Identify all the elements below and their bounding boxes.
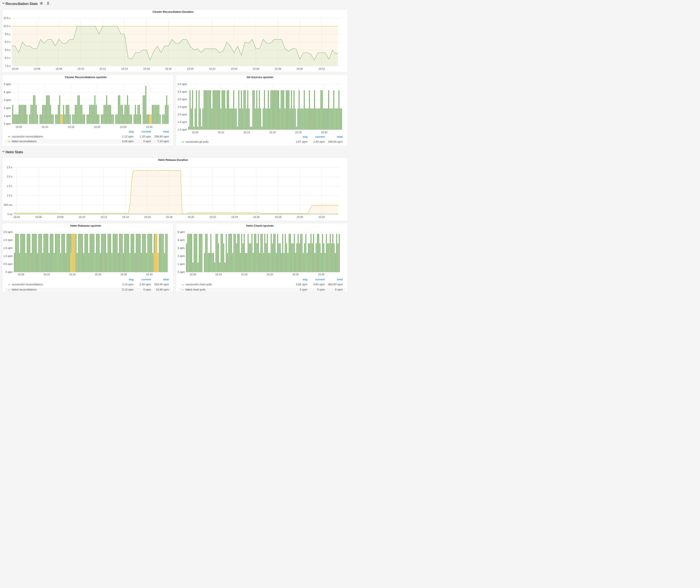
svg-text:0 opm: 0 opm: [5, 271, 13, 274]
svg-text:4 opm: 4 opm: [4, 91, 11, 94]
svg-text:15:22: 15:22: [210, 216, 216, 219]
svg-text:15:26: 15:26: [253, 67, 259, 70]
svg-text:3 opm: 3 opm: [177, 247, 185, 250]
svg-text:15:25: 15:25: [120, 126, 126, 129]
svg-text:4 opm: 4 opm: [177, 239, 185, 242]
svg-text:500 ms: 500 ms: [4, 204, 12, 207]
svg-text:1.0 opm: 1.0 opm: [178, 128, 187, 131]
svg-text:15:05: 15:05: [190, 273, 196, 276]
svg-text:2 opm: 2 opm: [177, 255, 185, 258]
svg-text:9.0 s: 9.0 s: [5, 40, 10, 44]
svg-text:1 opm: 1 opm: [4, 115, 11, 118]
svg-text:15:28: 15:28: [274, 67, 281, 70]
svg-text:1.5 s: 1.5 s: [7, 185, 12, 188]
svg-text:2 opm: 2 opm: [4, 107, 11, 110]
svg-text:1 opm: 1 opm: [177, 263, 185, 266]
svg-text:15:05: 15:05: [18, 273, 24, 276]
svg-text:15:06: 15:06: [34, 67, 40, 70]
svg-text:15:20: 15:20: [94, 126, 100, 129]
svg-text:15:08: 15:08: [57, 216, 63, 219]
svg-text:15:22: 15:22: [209, 67, 215, 70]
svg-text:15:20: 15:20: [95, 273, 101, 276]
svg-text:3.0 opm: 3.0 opm: [178, 98, 187, 101]
svg-text:8.0 s: 8.0 s: [5, 57, 10, 60]
svg-text:1.5 opm: 1.5 opm: [3, 247, 13, 250]
svg-text:3 opm: 3 opm: [4, 99, 11, 102]
svg-text:15:15: 15:15: [241, 273, 247, 276]
svg-text:1.0 s: 1.0 s: [7, 194, 12, 197]
svg-text:9.5 s: 9.5 s: [5, 33, 10, 36]
svg-text:15:10: 15:10: [215, 273, 222, 276]
svg-text:2.5 s: 2.5 s: [7, 166, 12, 169]
svg-text:0 opm: 0 opm: [4, 122, 11, 125]
svg-text:7.5 s: 7.5 s: [5, 65, 10, 68]
svg-text:15:32: 15:32: [318, 67, 325, 70]
svg-text:15:04: 15:04: [12, 67, 18, 70]
svg-text:1.0 opm: 1.0 opm: [3, 255, 13, 258]
svg-text:15:28: 15:28: [275, 216, 281, 219]
svg-text:15:24: 15:24: [231, 67, 237, 70]
svg-text:15:14: 15:14: [121, 67, 128, 70]
svg-text:5 opm: 5 opm: [4, 83, 11, 86]
svg-text:8.5 s: 8.5 s: [5, 48, 10, 52]
svg-text:15:18: 15:18: [166, 216, 172, 219]
svg-text:15:18: 15:18: [165, 67, 172, 70]
svg-text:15:10: 15:10: [218, 131, 224, 134]
svg-text:15:15: 15:15: [68, 126, 74, 129]
svg-text:15:30: 15:30: [321, 131, 327, 134]
svg-text:2.0 s: 2.0 s: [7, 175, 12, 178]
svg-text:15:30: 15:30: [296, 67, 303, 70]
svg-text:15:04: 15:04: [13, 216, 20, 219]
svg-text:10.5 s: 10.5 s: [3, 17, 11, 20]
svg-text:0 ns: 0 ns: [7, 213, 12, 216]
svg-text:2.0 opm: 2.0 opm: [178, 113, 187, 116]
svg-text:15:25: 15:25: [292, 273, 299, 276]
svg-text:15:20: 15:20: [269, 131, 276, 134]
svg-text:15:30: 15:30: [318, 273, 324, 276]
svg-text:15:12: 15:12: [99, 67, 106, 70]
svg-text:15:15: 15:15: [69, 273, 76, 276]
svg-text:15:10: 15:10: [79, 216, 85, 219]
svg-text:15:30: 15:30: [146, 273, 153, 276]
svg-text:15:32: 15:32: [318, 216, 325, 219]
svg-text:15:25: 15:25: [120, 273, 127, 276]
svg-text:15:05: 15:05: [192, 131, 198, 134]
svg-text:1.5 opm: 1.5 opm: [178, 121, 187, 124]
svg-text:15:26: 15:26: [253, 216, 260, 219]
svg-text:15:14: 15:14: [122, 216, 129, 219]
svg-text:0.5 opm: 0.5 opm: [3, 263, 13, 266]
svg-text:15:10: 15:10: [42, 126, 48, 129]
svg-text:15:24: 15:24: [231, 216, 238, 219]
svg-text:0 opm: 0 opm: [177, 271, 185, 274]
svg-text:15:16: 15:16: [143, 67, 150, 70]
svg-text:5 opm: 5 opm: [177, 231, 185, 234]
svg-text:15:20: 15:20: [188, 216, 194, 219]
svg-text:15:10: 15:10: [44, 273, 50, 276]
svg-text:15:16: 15:16: [144, 216, 151, 219]
svg-text:15:08: 15:08: [56, 67, 62, 70]
svg-text:15:10: 15:10: [77, 67, 84, 70]
svg-text:15:12: 15:12: [100, 216, 107, 219]
svg-text:15:25: 15:25: [295, 131, 302, 134]
svg-text:15:15: 15:15: [244, 131, 250, 134]
svg-text:4.0 opm: 4.0 opm: [178, 83, 187, 86]
svg-text:15:20: 15:20: [187, 67, 194, 70]
svg-text:15:06: 15:06: [35, 216, 42, 219]
svg-text:15:30: 15:30: [297, 216, 303, 219]
svg-text:2.5 opm: 2.5 opm: [178, 105, 187, 108]
svg-text:2.5 opm: 2.5 opm: [3, 231, 13, 234]
svg-text:10.0 s: 10.0 s: [3, 25, 11, 28]
svg-text:2.0 opm: 2.0 opm: [3, 239, 13, 242]
svg-text:15:30: 15:30: [146, 126, 153, 129]
svg-text:15:05: 15:05: [16, 126, 22, 129]
svg-text:3.5 opm: 3.5 opm: [178, 90, 187, 93]
svg-text:15:20: 15:20: [267, 273, 273, 276]
